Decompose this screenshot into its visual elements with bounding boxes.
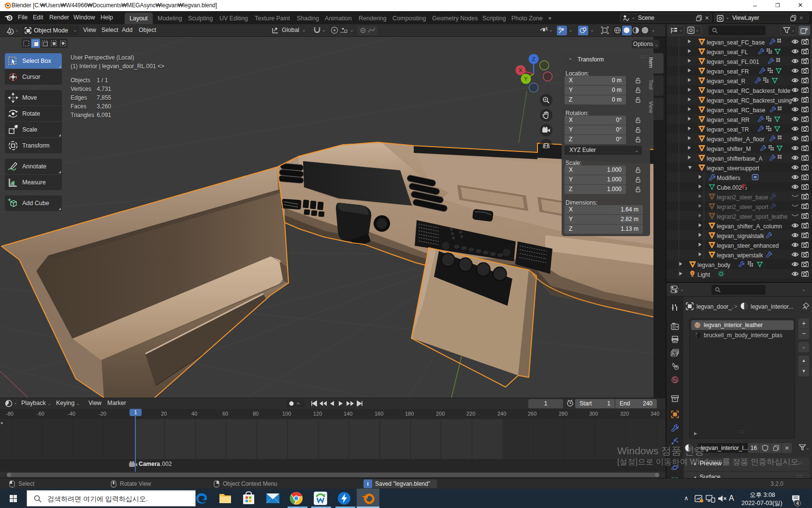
svg-text:Z: Z [532, 56, 536, 62]
svg-text:Y: Y [524, 76, 528, 82]
svg-text:2: 2 [745, 186, 747, 191]
svg-text:X: X [519, 67, 522, 73]
